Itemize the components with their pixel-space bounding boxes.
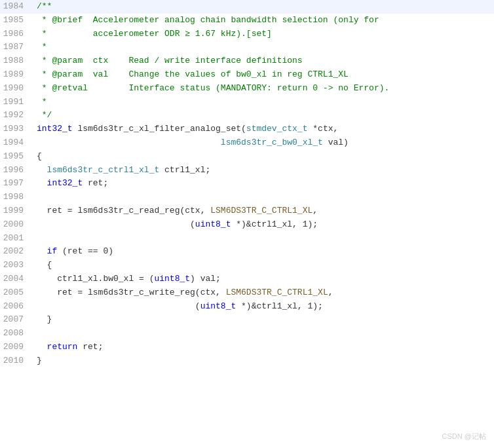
line-number: 1993: [0, 122, 34, 136]
table-row: 1989 * @param val Change the values of b…: [0, 68, 494, 82]
code-table: 1984/**1985 * @brief Accelerometer analo…: [0, 0, 494, 368]
table-row: 1988 * @param ctx Read / write interface…: [0, 54, 494, 68]
line-number: 2005: [0, 286, 34, 300]
table-row: 2005 ret = lsm6ds3tr_c_write_reg(ctx, LS…: [0, 286, 494, 300]
line-number: 2002: [0, 245, 34, 259]
line-number: 2000: [0, 218, 34, 232]
table-row: 1984/**: [0, 0, 494, 14]
line-number: 1998: [0, 191, 34, 204]
line-number: 2003: [0, 259, 34, 272]
code-container: 1984/**1985 * @brief Accelerometer analo…: [0, 0, 494, 448]
line-number: 2001: [0, 232, 34, 246]
line-content: ret = lsm6ds3tr_c_read_reg(ctx, LSM6DS3T…: [34, 204, 494, 218]
line-number: 2010: [0, 354, 34, 368]
line-number: 1987: [0, 41, 34, 54]
line-content: return ret;: [34, 341, 494, 354]
line-content: }: [34, 354, 494, 368]
line-content: * @retval Interface status (MANDATORY: r…: [34, 82, 494, 96]
line-content: * accelerometer ODR ≥ 1.67 kHz).[set]: [34, 28, 494, 41]
table-row: 2003 {: [0, 259, 494, 272]
table-row: 2010}: [0, 354, 494, 368]
line-number: 2006: [0, 300, 34, 314]
line-number: 1994: [0, 136, 34, 150]
line-content: ctrl1_xl.bw0_xl = (uint8_t) val;: [34, 272, 494, 286]
table-row: 1985 * @brief Accelerometer analog chain…: [0, 14, 494, 28]
table-row: 1999 ret = lsm6ds3tr_c_read_reg(ctx, LSM…: [0, 204, 494, 218]
table-row: 2008: [0, 327, 494, 341]
line-content: {: [34, 150, 494, 164]
table-row: 1997 int32_t ret;: [0, 177, 494, 191]
table-row: 1993int32_t lsm6ds3tr_c_xl_filter_analog…: [0, 122, 494, 136]
line-number: 1999: [0, 204, 34, 218]
line-number: 2008: [0, 327, 34, 341]
table-row: 2000 (uint8_t *)&ctrl1_xl, 1);: [0, 218, 494, 232]
table-row: 2009 return ret;: [0, 341, 494, 354]
line-number: 1990: [0, 82, 34, 96]
table-row: 1996 lsm6ds3tr_c_ctrl1_xl_t ctrl1_xl;: [0, 164, 494, 177]
line-content: int32_t ret;: [34, 177, 494, 191]
line-content: (uint8_t *)&ctrl1_xl, 1);: [34, 300, 494, 314]
line-content: *: [34, 96, 494, 109]
line-content: * @param ctx Read / write interface defi…: [34, 54, 494, 68]
line-content: *: [34, 41, 494, 54]
line-number: 1988: [0, 54, 34, 68]
line-content: {: [34, 259, 494, 272]
line-number: 1984: [0, 0, 34, 14]
table-row: 1986 * accelerometer ODR ≥ 1.67 kHz).[se…: [0, 28, 494, 41]
line-content: lsm6ds3tr_c_bw0_xl_t val): [34, 136, 494, 150]
line-number: 1997: [0, 177, 34, 191]
table-row: 2007 }: [0, 313, 494, 327]
table-row: 1994 lsm6ds3tr_c_bw0_xl_t val): [0, 136, 494, 150]
table-row: 1987 *: [0, 41, 494, 54]
line-number: 1996: [0, 164, 34, 177]
line-number: 1995: [0, 150, 34, 164]
table-row: 1992 */: [0, 109, 494, 122]
line-content: * @param val Change the values of bw0_xl…: [34, 68, 494, 82]
line-content: /**: [34, 0, 494, 14]
line-content: */: [34, 109, 494, 122]
table-row: 1995{: [0, 150, 494, 164]
line-number: 1985: [0, 14, 34, 28]
line-content: lsm6ds3tr_c_ctrl1_xl_t ctrl1_xl;: [34, 164, 494, 177]
line-content: ret = lsm6ds3tr_c_write_reg(ctx, LSM6DS3…: [34, 286, 494, 300]
table-row: 1991 *: [0, 96, 494, 109]
table-row: 2002 if (ret == 0): [0, 245, 494, 259]
line-number: 1986: [0, 28, 34, 41]
line-content: * @brief Accelerometer analog chain band…: [34, 14, 494, 28]
line-content: if (ret == 0): [34, 245, 494, 259]
table-row: 1990 * @retval Interface status (MANDATO…: [0, 82, 494, 96]
table-row: 2004 ctrl1_xl.bw0_xl = (uint8_t) val;: [0, 272, 494, 286]
table-row: 1998: [0, 191, 494, 204]
line-number: 1989: [0, 68, 34, 82]
line-number: 2009: [0, 341, 34, 354]
line-number: 2004: [0, 272, 34, 286]
line-number: 1991: [0, 96, 34, 109]
line-content: }: [34, 313, 494, 327]
line-number: 2007: [0, 313, 34, 327]
table-row: 2006 (uint8_t *)&ctrl1_xl, 1);: [0, 300, 494, 314]
line-content: int32_t lsm6ds3tr_c_xl_filter_analog_set…: [34, 122, 494, 136]
line-content: (uint8_t *)&ctrl1_xl, 1);: [34, 218, 494, 232]
line-number: 1992: [0, 109, 34, 122]
table-row: 2001: [0, 232, 494, 246]
watermark-text: CSDN @记帖: [442, 431, 486, 443]
